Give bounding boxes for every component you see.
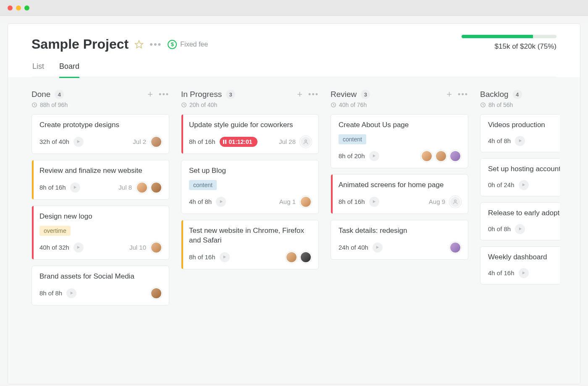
play-button[interactable]	[220, 252, 230, 262]
window-zoom-dot[interactable]	[24, 5, 29, 10]
avatar[interactable]	[286, 251, 297, 263]
avatar[interactable]	[150, 242, 162, 253]
card-hours: 8h of 20h	[339, 152, 365, 159]
avatar[interactable]	[150, 136, 162, 148]
task-card[interactable]: Create About Us pagecontent8h of 20h	[331, 114, 468, 168]
task-card[interactable]: Design new logoovertime40h of 32hJul 10	[32, 206, 169, 260]
task-card[interactable]: Animated screens for home page8h of 16hA…	[331, 174, 468, 214]
play-button[interactable]	[66, 288, 76, 298]
tab-board[interactable]: Board	[59, 62, 79, 77]
window-close-dot[interactable]	[8, 5, 13, 10]
play-button[interactable]	[515, 136, 525, 146]
card-hours: 0h of 8h	[488, 225, 511, 232]
card-assignees	[421, 150, 461, 162]
task-card[interactable]: Release to early adopters0h of 8h	[480, 202, 560, 240]
column-more-icon[interactable]: •••	[159, 91, 169, 98]
budget-widget: $15k of $20k (75%)	[462, 35, 556, 51]
play-button[interactable]	[519, 180, 529, 190]
play-button[interactable]	[369, 151, 379, 161]
task-card[interactable]: Videos production4h of 8h	[480, 114, 560, 152]
card-title: Animated screens for home page	[339, 180, 461, 190]
card-hours: 8h of 16h	[189, 253, 215, 261]
task-card[interactable]: Review and finalize new website8h of 16h…	[32, 160, 169, 200]
svg-marker-16	[519, 139, 522, 142]
window-minimize-dot[interactable]	[16, 5, 21, 10]
task-card[interactable]: Set up hosting account0h of 24h	[480, 158, 560, 196]
card-assignees	[150, 287, 162, 299]
task-card[interactable]: Create prototype designs32h of 40hJul 2	[32, 114, 169, 154]
avatar[interactable]	[150, 287, 162, 299]
timer-chip[interactable]: 01:12:01	[220, 137, 257, 147]
task-card[interactable]: Brand assets for Social Media8h of 8h	[32, 266, 169, 305]
avatar[interactable]	[449, 242, 461, 253]
avatar[interactable]	[136, 182, 148, 193]
card-title: Weekly dashboard	[488, 253, 560, 262]
column-title: Review	[331, 90, 357, 99]
avatar[interactable]	[421, 150, 433, 162]
task-card[interactable]: Weekly dashboard4h of 16h	[480, 246, 560, 284]
card-title: Brand assets for Social Media	[39, 272, 162, 282]
play-button[interactable]	[216, 197, 226, 207]
avatar[interactable]	[435, 150, 447, 162]
play-button[interactable]	[74, 243, 84, 253]
svg-marker-19	[522, 271, 525, 274]
svg-marker-2	[77, 140, 80, 143]
card-title: Create prototype designs	[39, 120, 162, 130]
card-hours: 4h of 8h	[488, 137, 511, 144]
project-more-icon[interactable]: •••	[150, 40, 162, 49]
card-title: Design new logo	[39, 212, 162, 222]
card-assignees	[150, 136, 162, 148]
play-button[interactable]	[515, 224, 525, 234]
avatar[interactable]	[300, 251, 312, 263]
tab-list[interactable]: List	[32, 62, 44, 77]
card-assignees	[300, 196, 312, 208]
svg-marker-14	[376, 246, 379, 249]
task-card[interactable]: Task details: redesign24h of 40h	[331, 220, 468, 260]
column-count-badge: 4	[513, 90, 522, 99]
card-priority-stripe	[181, 220, 183, 269]
card-due-date: Jul 10	[129, 244, 146, 251]
card-tag: content	[189, 180, 217, 190]
column-more-icon[interactable]: •••	[458, 91, 468, 98]
avatar-placeholder-icon[interactable]	[449, 196, 461, 208]
add-card-icon[interactable]: +	[446, 90, 452, 99]
play-button[interactable]	[369, 197, 379, 207]
card-title: Task details: redesign	[339, 226, 461, 236]
card-hours: 8h of 16h	[339, 198, 365, 205]
task-card[interactable]: Test new website in Chrome, Firefox and …	[181, 220, 319, 269]
card-hours: 24h of 40h	[339, 244, 368, 251]
card-priority-stripe	[32, 206, 34, 259]
add-card-icon[interactable]: +	[297, 90, 302, 99]
svg-marker-8	[220, 200, 223, 203]
avatar-placeholder-icon[interactable]	[300, 136, 312, 148]
svg-marker-12	[373, 200, 375, 203]
star-icon[interactable]	[134, 40, 144, 49]
add-card-icon[interactable]: +	[147, 90, 153, 99]
card-due-date: Aug 1	[279, 198, 296, 205]
card-hours: 8h of 16h	[39, 184, 66, 191]
column-hours: 40h of 76h	[331, 102, 468, 108]
play-button[interactable]	[373, 243, 383, 253]
window-chrome	[0, 0, 588, 16]
svg-marker-5	[71, 292, 73, 295]
card-assignees	[136, 182, 162, 193]
play-button[interactable]	[70, 183, 80, 193]
pause-icon	[223, 140, 226, 144]
task-card[interactable]: Set up Blogcontent4h of 8hAug 1	[181, 160, 319, 214]
svg-marker-11	[373, 154, 375, 157]
avatar[interactable]	[449, 150, 461, 162]
card-due-date: Jul 28	[279, 138, 296, 145]
column-inprogress: In Progress3+•••20h of 40hUpdate style g…	[181, 90, 319, 371]
card-priority-stripe	[32, 160, 34, 199]
play-button[interactable]	[74, 137, 84, 147]
avatar[interactable]	[300, 196, 312, 208]
budget-text: $15k of $20k (75%)	[462, 42, 556, 51]
card-due-date: Jul 8	[118, 184, 132, 191]
task-card[interactable]: Update style guide for coworkers8h of 16…	[181, 114, 319, 154]
card-assignees	[286, 251, 312, 263]
column-review: Review3+•••40h of 76hCreate About Us pag…	[331, 90, 468, 371]
play-button[interactable]	[519, 268, 529, 278]
svg-marker-18	[519, 227, 522, 230]
column-more-icon[interactable]: •••	[308, 91, 319, 98]
avatar[interactable]	[150, 182, 162, 193]
